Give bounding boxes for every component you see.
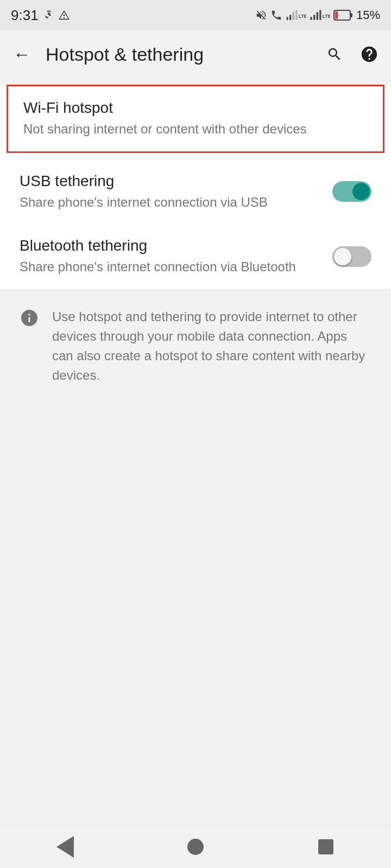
app-bar: ← Hotspot & tethering [0, 30, 391, 78]
voip-icon [270, 9, 282, 21]
battery-icon [333, 9, 353, 21]
nav-back-icon [56, 836, 74, 858]
status-right: LTE LTE 15% [255, 8, 380, 22]
signal-bars-icon: LTE [310, 9, 330, 21]
search-button[interactable] [321, 41, 348, 67]
svg-rect-3 [293, 12, 294, 20]
page-title: Hotspot & tethering [46, 44, 311, 65]
svg-rect-7 [313, 15, 315, 20]
wifi-hotspot-item[interactable]: Wi-Fi hotspot Not sharing internet or co… [7, 85, 384, 153]
wifi-hotspot-title: Wi-Fi hotspot [23, 99, 368, 117]
bluetooth-tethering-subtitle: Share phone's internet connection via Bl… [20, 258, 321, 276]
usb-tethering-item[interactable]: USB tethering Share phone's internet con… [0, 159, 391, 225]
mute-icon [255, 9, 267, 21]
info-description: Use hotspot and tethering to provide int… [52, 307, 371, 385]
svg-rect-1 [287, 17, 288, 20]
svg-rect-9 [319, 10, 321, 20]
usb-tethering-subtitle: Share phone's internet connection via US… [20, 193, 321, 212]
info-section: Use hotspot and tethering to provide int… [0, 290, 391, 403]
status-left: 9:31 [11, 7, 70, 24]
cloud-icon [58, 9, 70, 21]
signal-lte-icon: LTE [286, 9, 306, 21]
bluetooth-tethering-item[interactable]: Bluetooth tethering Share phone's intern… [0, 224, 391, 289]
usb-tethering-text: USB tethering Share phone's internet con… [20, 173, 321, 212]
back-arrow-icon: ← [13, 44, 30, 65]
nav-recents-icon [318, 839, 333, 854]
bluetooth-tethering-title: Bluetooth tethering [20, 237, 321, 254]
svg-rect-8 [317, 12, 318, 20]
nav-recents-button[interactable] [304, 831, 348, 863]
bt-toggle-thumb [334, 248, 351, 265]
status-bar: 9:31 LTE LTE [0, 0, 391, 30]
svg-rect-0 [47, 11, 51, 12]
svg-rect-4 [295, 10, 297, 20]
nav-bar [0, 825, 391, 868]
usb-tethering-toggle[interactable] [332, 181, 371, 202]
wifi-hotspot-subtitle: Not sharing internet or content with oth… [23, 120, 368, 138]
nav-home-icon [187, 839, 204, 855]
nav-home-button[interactable] [174, 831, 217, 863]
status-time: 9:31 [11, 7, 39, 24]
svg-rect-12 [350, 13, 352, 17]
help-icon [360, 45, 379, 63]
svg-text:LTE: LTE [323, 14, 330, 19]
usb-icon [43, 9, 55, 21]
svg-text:LTE: LTE [299, 14, 306, 19]
svg-rect-2 [289, 15, 291, 20]
usb-tethering-title: USB tethering [20, 173, 321, 190]
nav-back-button[interactable] [43, 831, 87, 863]
back-button[interactable]: ← [9, 41, 35, 67]
bluetooth-tethering-text: Bluetooth tethering Share phone's intern… [20, 237, 321, 276]
status-icons [43, 9, 70, 21]
main-content: Wi-Fi hotspot Not sharing internet or co… [0, 85, 391, 403]
help-button[interactable] [356, 41, 382, 67]
svg-rect-6 [311, 17, 312, 20]
bluetooth-tethering-toggle[interactable] [332, 246, 371, 267]
info-icon [20, 308, 39, 333]
svg-rect-13 [335, 11, 338, 19]
search-icon [326, 46, 343, 62]
battery-percent: 15% [356, 8, 380, 22]
app-bar-actions [321, 41, 382, 67]
